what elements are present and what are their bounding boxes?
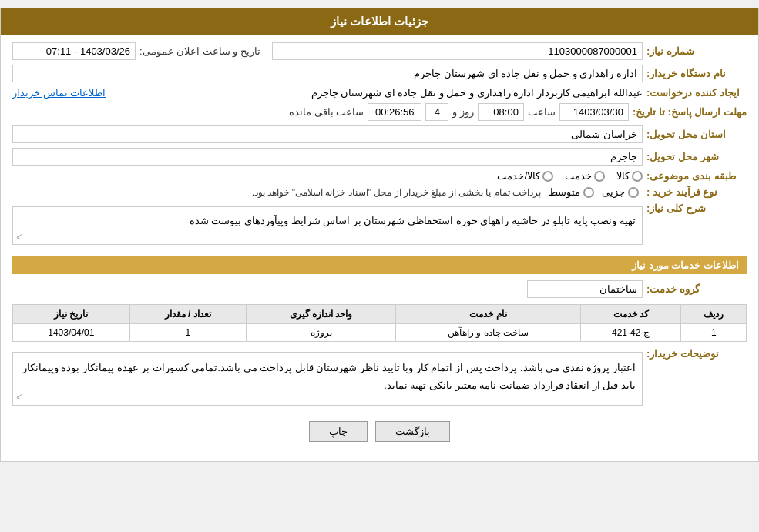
province-row: استان محل تحویل: خراسان شمالی [12,125,747,143]
radio-motavasset [583,187,594,198]
services-table-container: ردیف کد خدمت نام خدمت واحد اندازه گیری ت… [12,304,747,342]
radio-khedmat-label: خدمت [565,170,592,182]
process-option-jazee[interactable]: جزیی [602,186,639,198]
radio-motavasset-label: متوسط [549,186,580,198]
print-button[interactable]: چاپ [309,421,368,442]
creator-label: ایجاد کننده درخواست: [646,87,747,99]
city-value: جاجرم [12,148,643,166]
general-desc-container: تهیه ونصب پایه تابلو در حاشیه راههای حوز… [12,202,643,249]
cell-date: 1403/04/01 [13,324,130,342]
contact-link[interactable]: اطلاعات تماس خریدار [12,87,106,99]
buyer-org-value: اداره راهداری و حمل و نقل جاده ای شهرستا… [12,65,643,82]
col-service-code: کد خدمت [580,305,681,324]
page-wrapper: جزئیات اطلاعات نیاز شماره نیاز: 11030000… [0,8,759,462]
cell-code: ج-42-421 [580,324,681,342]
table-row: 1 ج-42-421 ساخت جاده و راهآهن پروژه 1 14… [13,324,747,342]
remaining-time-value: 00:26:56 [368,103,421,121]
send-date-row: مهلت ارسال پاسخ: تا تاریخ: 1403/03/30 سا… [12,103,747,121]
back-button[interactable]: بازگشت [375,421,450,442]
table-header-row: ردیف کد خدمت نام خدمت واحد اندازه گیری ت… [13,305,747,324]
need-number-label: شماره نیاز: [646,45,747,57]
service-group-value: ساختمان [527,280,643,298]
announce-label: تاریخ و ساعت اعلان عمومی: [139,45,260,57]
category-option-both[interactable]: کالا/خدمت [497,170,553,182]
col-row-num: ردیف [681,305,747,324]
buttons-row: بازگشت چاپ [12,421,747,442]
send-time-value: 08:00 [478,103,524,121]
send-date-value: 1403/03/30 [559,103,629,121]
services-section-title: اطلاعات خدمات مورد نیاز [12,256,747,274]
process-option-motavasset[interactable]: متوسط [549,186,594,198]
services-table: ردیف کد خدمت نام خدمت واحد اندازه گیری ت… [12,304,747,342]
buyer-org-row: نام دستگاه خریدار: اداره راهداری و حمل و… [12,65,747,82]
category-radio-group: کالا خدمت کالا/خدمت [497,170,643,182]
col-unit: واحد اندازه گیری [247,305,396,324]
col-quantity: تعداد / مقدار [129,305,246,324]
radio-both [542,171,553,182]
need-number-row: شماره نیاز: 1103000087000001 تاریخ و ساع… [12,42,747,60]
send-days-label: روز و [452,106,474,118]
radio-both-label: کالا/خدمت [497,170,540,182]
notes-resize-handle: ↙ [16,390,22,403]
category-option-khedmat[interactable]: خدمت [565,170,605,182]
creator-row: ایجاد کننده درخواست: عبدالله ابراهیمی کا… [12,87,747,99]
process-row: نوع فرآیند خرید : جزیی متوسط پرداخت تمام… [12,186,747,198]
process-label: نوع فرآیند خرید : [646,186,747,198]
province-value: خراسان شمالی [12,125,643,143]
radio-kala [632,171,643,182]
col-date: تاریخ نیاز [13,305,130,324]
buyer-notes-text: اعتبار پروژه نقدی می باشد. پرداخت پس از … [22,362,636,391]
announce-value: 1403/03/26 - 07:11 [12,42,136,60]
cell-name: ساخت جاده و راهآهن [396,324,581,342]
content-area: شماره نیاز: 1103000087000001 تاریخ و ساع… [1,35,758,461]
resize-handle: ↙ [16,230,22,243]
services-title-text: اطلاعات خدمات مورد نیاز [632,259,739,271]
radio-jazee-label: جزیی [602,186,625,198]
col-service-name: نام خدمت [396,305,581,324]
need-number-value: 1103000087000001 [272,42,643,60]
radio-kala-label: کالا [616,170,630,182]
buyer-notes-row: توضیحات خریدار: اعتبار پروژه نقدی می باش… [12,348,747,410]
category-label: طبقه بندی موضوعی: [646,170,747,182]
process-note: پرداخت تمام یا بخشی از مبلغ خریدار از مح… [252,187,541,198]
radio-khedmat [594,171,605,182]
general-desc-label: شرح کلی نیاز: [646,202,747,214]
city-label: شهر محل تحویل: [646,151,747,162]
buyer-notes-box: اعتبار پروژه نقدی می باشد. پرداخت پس از … [12,352,643,406]
buyer-notes-container: اعتبار پروژه نقدی می باشد. پرداخت پس از … [12,348,643,410]
buyer-notes-label: توضیحات خریدار: [646,348,747,360]
page-header: جزئیات اطلاعات نیاز [1,8,758,35]
category-option-kala[interactable]: کالا [616,170,643,182]
page-title: جزئیات اطلاعات نیاز [331,15,428,28]
service-group-label: گروه خدمت: [646,283,747,295]
general-desc-box: تهیه ونصب پایه تابلو در حاشیه راههای حوز… [12,206,643,245]
remaining-label: ساعت باقی مانده [289,106,364,118]
city-row: شهر محل تحویل: جاجرم [12,148,747,166]
province-label: استان محل تحویل: [646,129,747,140]
service-group-row: گروه خدمت: ساختمان [12,280,747,298]
cell-quantity: 1 [129,324,246,342]
general-desc-text: تهیه ونصب پایه تابلو در حاشیه راههای حوز… [190,215,636,226]
send-date-label: مهلت ارسال پاسخ: تا تاریخ: [633,106,747,118]
cell-row-num: 1 [681,324,747,342]
send-days-value: 4 [425,103,448,121]
creator-value: عبدالله ابراهیمی کاربرداز اداره راهداری … [116,87,643,99]
general-desc-row: شرح کلی نیاز: تهیه ونصب پایه تابلو در حا… [12,202,747,249]
buyer-org-label: نام دستگاه خریدار: [646,68,747,79]
radio-jazee [628,187,639,198]
send-time-label: ساعت [528,106,556,118]
category-row: طبقه بندی موضوعی: کالا خدمت کالا/خدمت [12,170,747,182]
cell-unit: پروژه [247,324,396,342]
